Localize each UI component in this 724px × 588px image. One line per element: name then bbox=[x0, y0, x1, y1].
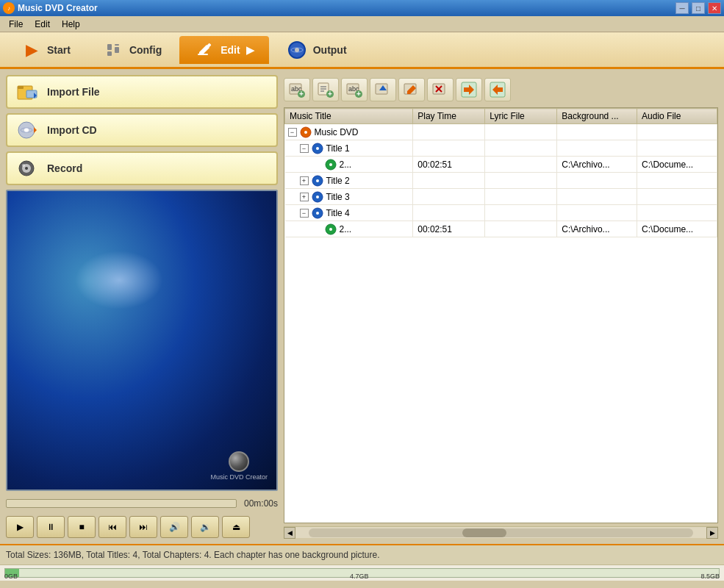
pause-button[interactable]: ⏸ bbox=[37, 516, 65, 538]
tree-node-label: Music DVD bbox=[315, 127, 359, 137]
move-up-button[interactable] bbox=[370, 78, 396, 101]
col-music-title: Music Title bbox=[285, 109, 413, 124]
svg-rect-2 bbox=[107, 51, 112, 56]
tree-expand-button[interactable]: − bbox=[300, 144, 309, 153]
menu-edit[interactable]: Edit bbox=[29, 18, 56, 31]
status-text: Total Sizes: 136MB, Total Titles: 4, Tot… bbox=[6, 550, 380, 560]
cell-music-title: +Title 2 bbox=[285, 173, 413, 189]
tab-edit[interactable]: Edit ▶ bbox=[179, 36, 268, 64]
tree-expand-button[interactable]: − bbox=[288, 128, 297, 137]
svg-point-52 bbox=[329, 163, 332, 166]
tree-expand-button[interactable]: − bbox=[300, 209, 309, 218]
import-cd-label: Import CD bbox=[47, 124, 97, 136]
col-audio-file: Audio File bbox=[637, 109, 717, 124]
cell-audio bbox=[637, 189, 717, 205]
table-row[interactable]: 2...00:02:51C:\Archivo...C:\Docume... bbox=[285, 157, 717, 173]
move-left-button[interactable] bbox=[456, 78, 482, 101]
next-button[interactable]: ⏭ bbox=[129, 516, 157, 538]
svg-point-8 bbox=[295, 48, 299, 52]
progress-bar[interactable] bbox=[6, 499, 237, 508]
record-button[interactable]: Record bbox=[6, 151, 278, 185]
import-cd-button[interactable]: Import CD bbox=[6, 113, 278, 147]
cell-play-time bbox=[413, 189, 485, 205]
import-file-label: Import File bbox=[47, 86, 100, 98]
output-icon bbox=[287, 40, 307, 60]
edit-title-button[interactable]: abc + bbox=[341, 78, 368, 101]
preview-logo: Music DVD Creator bbox=[210, 451, 268, 481]
scroll-left-button[interactable]: ◀ bbox=[284, 527, 295, 539]
cell-lyric bbox=[485, 205, 557, 221]
edit-button[interactable] bbox=[398, 78, 425, 101]
stop-button[interactable]: ■ bbox=[68, 516, 96, 538]
cell-lyric bbox=[485, 173, 557, 189]
table-row[interactable]: +Title 2 bbox=[285, 173, 717, 189]
progress-bar-area: 00m:00s bbox=[6, 498, 278, 509]
eject-button[interactable]: ⏏ bbox=[222, 516, 250, 538]
minimize-button[interactable]: ─ bbox=[675, 2, 689, 14]
tab-start[interactable]: ▶ Start bbox=[6, 36, 85, 64]
tree-expand-button[interactable]: + bbox=[300, 176, 309, 185]
preview-disc-icon bbox=[229, 451, 249, 472]
tree-expand-button[interactable]: + bbox=[300, 193, 309, 201]
vol-up-button[interactable]: 🔊 bbox=[160, 516, 188, 538]
vol-down-button[interactable]: 🔉 bbox=[191, 516, 219, 538]
chapter-icon bbox=[325, 159, 337, 171]
edit-icon bbox=[194, 40, 215, 60]
cell-music-title: 2... bbox=[285, 157, 413, 173]
svg-point-48 bbox=[304, 131, 307, 134]
table-row[interactable]: −Title 4 bbox=[285, 205, 717, 221]
tab-output-label: Output bbox=[313, 44, 347, 56]
play-button[interactable]: ▶ bbox=[6, 516, 34, 538]
delete-button[interactable] bbox=[427, 78, 454, 101]
import-file-icon bbox=[16, 80, 40, 104]
svg-text:+: + bbox=[299, 90, 304, 98]
scroll-thumb[interactable] bbox=[462, 528, 506, 537]
prev-button[interactable]: ⏮ bbox=[98, 516, 126, 538]
menu-file[interactable]: File bbox=[3, 18, 29, 31]
svg-rect-0 bbox=[107, 44, 112, 50]
cell-background bbox=[557, 140, 637, 157]
import-file-button[interactable]: Import File bbox=[6, 75, 278, 109]
maximize-button[interactable]: □ bbox=[692, 2, 705, 14]
add-chapter-button[interactable]: + bbox=[312, 78, 339, 101]
add-title-button[interactable]: abc + bbox=[284, 78, 310, 101]
cell-audio bbox=[637, 124, 717, 140]
table-row[interactable]: −Music DVD bbox=[285, 124, 717, 140]
move-right-button[interactable] bbox=[484, 78, 511, 101]
cell-audio bbox=[637, 173, 717, 189]
table-row[interactable]: −Title 1 bbox=[285, 140, 717, 157]
close-button[interactable]: ✕ bbox=[708, 2, 721, 14]
svg-point-54 bbox=[316, 179, 319, 182]
nav-tabs: ▶ Start Config Edit ▶ bbox=[0, 32, 724, 69]
title-icon bbox=[312, 207, 323, 219]
col-play-time: Play Time bbox=[413, 109, 485, 124]
tab-start-label: Start bbox=[47, 44, 71, 56]
cell-lyric bbox=[485, 157, 557, 173]
svg-point-50 bbox=[316, 147, 319, 150]
table-row[interactable]: 2...00:02:51C:\Archivo...C:\Docume... bbox=[285, 221, 717, 237]
menu-bar: File Edit Help bbox=[0, 16, 724, 32]
cell-background bbox=[557, 189, 637, 205]
tree-node-label: Title 4 bbox=[326, 208, 350, 218]
table-row[interactable]: +Title 3 bbox=[285, 189, 717, 205]
horizontal-scrollbar[interactable]: ◀ ▶ bbox=[284, 526, 718, 538]
cell-audio bbox=[637, 205, 717, 221]
cell-lyric bbox=[485, 124, 557, 140]
tab-config[interactable]: Config bbox=[88, 36, 176, 64]
svg-rect-11 bbox=[18, 86, 24, 89]
playback-controls: ▶ ⏸ ■ ⏮ ⏭ 🔊 🔉 ⏏ bbox=[6, 516, 278, 538]
scroll-track[interactable] bbox=[309, 528, 693, 537]
tree-node-label: Title 3 bbox=[326, 192, 350, 202]
cell-music-title: −Music DVD bbox=[285, 124, 413, 140]
tree-node-label: Title 1 bbox=[326, 143, 350, 154]
cell-play-time bbox=[413, 124, 485, 140]
tree-table[interactable]: Music Title Play Time Lyric File Backgro… bbox=[284, 107, 718, 523]
scroll-right-button[interactable]: ▶ bbox=[706, 527, 718, 539]
toolbar: abc + + abc bbox=[284, 75, 718, 104]
cell-music-title: +Title 3 bbox=[285, 189, 413, 205]
tab-output[interactable]: Output bbox=[272, 36, 362, 64]
cell-play-time: 00:02:51 bbox=[413, 221, 485, 237]
cell-background: C:\Archivo... bbox=[557, 157, 637, 173]
menu-help[interactable]: Help bbox=[56, 18, 86, 31]
col-background: Background ... bbox=[557, 109, 637, 124]
